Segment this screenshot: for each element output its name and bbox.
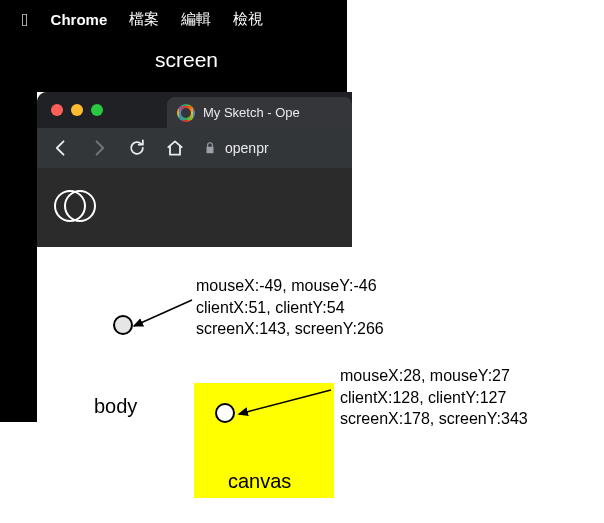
apple-logo-icon: : [22, 11, 29, 29]
home-icon[interactable]: [165, 138, 185, 158]
svg-line-2: [134, 300, 192, 326]
body-label: body: [94, 395, 137, 418]
coords-canvas-screen: screenX:178, screenY:343: [340, 408, 528, 430]
window-controls: [51, 104, 103, 116]
window-close-button[interactable]: [51, 104, 63, 116]
arrow-to-body-point: [120, 296, 200, 336]
arrow-to-canvas-point: [227, 386, 337, 422]
window-minimize-button[interactable]: [71, 104, 83, 116]
menubar-item-edit[interactable]: 編輯: [181, 10, 211, 29]
reload-icon[interactable]: [127, 138, 147, 158]
canvas-label: canvas: [228, 470, 291, 493]
macos-menubar:  Chrome 檔案 編輯 檢視: [22, 10, 263, 29]
favicon-icon: [177, 104, 195, 122]
coords-body-screen: screenX:143, screenY:266: [196, 318, 384, 340]
screen-label: screen: [155, 48, 218, 72]
coords-body: mouseX:-49, mouseY:-46 clientX:51, clien…: [196, 275, 384, 340]
browser-tab[interactable]: My Sketch - Ope: [167, 97, 352, 128]
menubar-app-name[interactable]: Chrome: [51, 11, 108, 28]
address-bar[interactable]: openpr: [203, 140, 269, 156]
tab-title: My Sketch - Ope: [203, 105, 300, 120]
forward-icon[interactable]: [89, 138, 109, 158]
site-logo-icon: [53, 186, 97, 226]
menubar-item-view[interactable]: 檢視: [233, 10, 263, 29]
browser-window: My Sketch - Ope openpr: [37, 92, 352, 247]
coords-canvas-mouse: mouseX:28, mouseY:27: [340, 365, 528, 387]
back-icon[interactable]: [51, 138, 71, 158]
menubar-item-file[interactable]: 檔案: [129, 10, 159, 29]
screen-region-side: [0, 92, 37, 422]
window-maximize-button[interactable]: [91, 104, 103, 116]
coords-body-client: clientX:51, clientY:54: [196, 297, 384, 319]
url-host: openpr: [225, 140, 269, 156]
svg-line-3: [239, 390, 331, 414]
coords-body-mouse: mouseX:-49, mouseY:-46: [196, 275, 384, 297]
coords-canvas-client: clientX:128, clientY:127: [340, 387, 528, 409]
coords-canvas: mouseX:28, mouseY:27 clientX:128, client…: [340, 365, 528, 430]
browser-toolbar: openpr: [37, 128, 352, 168]
browser-titlebar: My Sketch - Ope: [37, 92, 352, 128]
lock-icon: [203, 141, 217, 155]
